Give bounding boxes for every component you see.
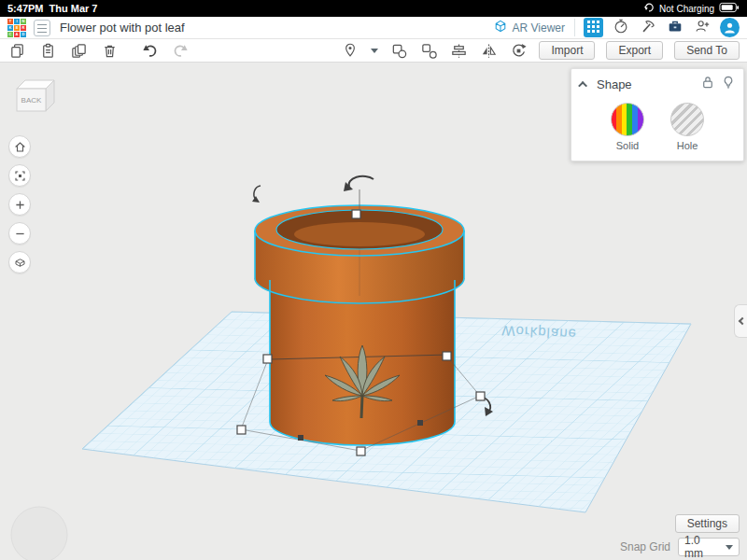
shape-panel-title: Shape (597, 77, 632, 91)
rotate-arrow-left[interactable] (252, 186, 261, 203)
workplane-helper-button[interactable] (341, 41, 359, 60)
logo-tile: T (7, 19, 13, 24)
duplicate-button[interactable] (69, 41, 88, 60)
zoom-out-button[interactable] (8, 222, 31, 245)
gauge-icon (613, 18, 629, 38)
view-cube-face-label: BACK (21, 96, 42, 105)
settings-button[interactable]: Settings (675, 514, 740, 533)
ar-viewer-button[interactable]: AR Viewer (493, 19, 575, 36)
paste-button[interactable] (38, 41, 57, 60)
redo-button[interactable] (171, 41, 190, 60)
pot-model[interactable] (255, 205, 464, 445)
logo-tile: I (14, 19, 20, 24)
scale-handle-right[interactable] (476, 392, 485, 400)
scale-handle-back-right[interactable] (443, 352, 451, 360)
logo-tile: K (7, 25, 13, 31)
add-user-button[interactable] (693, 19, 712, 37)
rotation-lock-icon (643, 2, 655, 15)
briefcase-icon (667, 18, 684, 38)
status-date: Thu Mar 7 (49, 3, 98, 14)
home-view-button[interactable] (8, 135, 31, 158)
avatar[interactable] (720, 18, 740, 37)
zoom-in-button[interactable] (8, 193, 31, 216)
person-add-icon (694, 18, 711, 38)
gauge-button[interactable] (612, 19, 630, 37)
fit-view-button[interactable] (8, 164, 31, 187)
shapes-grid-button[interactable] (584, 18, 603, 37)
canvas-area[interactable]: Workplane (0, 63, 747, 560)
hole-swatch[interactable] (670, 103, 704, 136)
lightbulb-icon[interactable] (723, 76, 734, 92)
solid-option[interactable]: Solid (611, 103, 644, 151)
lock-icon[interactable] (702, 76, 713, 92)
logo-tile: R (21, 25, 26, 31)
top-bar: T I N K E R C A D Flower pot with pot le… (0, 17, 747, 39)
orbit-control-hint (11, 507, 67, 560)
solid-color-swatch[interactable] (611, 103, 644, 136)
grid-icon (587, 20, 599, 36)
logo-tile: A (14, 32, 20, 37)
scale-handle-back-left[interactable] (263, 355, 272, 363)
ungroup-button[interactable] (419, 41, 438, 60)
scale-handle-edge-right[interactable] (417, 420, 423, 426)
scale-handle-edge-left[interactable] (298, 435, 303, 441)
shape-panel: Shape Solid Hole (571, 68, 744, 161)
send-to-button[interactable]: Send To (674, 41, 740, 60)
panel-collapse-tab[interactable] (734, 304, 747, 338)
chevron-left-icon (739, 317, 746, 325)
helper-dropdown-caret[interactable] (371, 49, 378, 53)
design-menu-icon[interactable] (34, 20, 50, 36)
pickaxe-icon (640, 18, 656, 38)
logo-tile: C (7, 32, 13, 37)
snap-grid-label: Snap Grid (620, 540, 670, 553)
hole-label: Hole (677, 140, 698, 151)
status-time: 5:47PM (7, 3, 44, 14)
pickaxe-button[interactable] (639, 19, 657, 37)
group-button[interactable] (389, 41, 408, 60)
chevron-down-icon (726, 545, 733, 550)
undo-button[interactable] (140, 41, 159, 60)
copy-button[interactable] (7, 41, 26, 60)
ar-cube-icon (493, 19, 508, 36)
hole-option[interactable]: Hole (670, 103, 704, 151)
status-bar: 5:47PM Thu Mar 7 Not Charging (0, 0, 747, 17)
briefcase-button[interactable] (666, 19, 684, 37)
import-button[interactable]: Import (539, 41, 595, 60)
rotate-arrow-top[interactable] (344, 176, 374, 209)
scale-handle-front[interactable] (357, 447, 365, 455)
align-button[interactable] (449, 41, 468, 60)
shape-panel-header: Shape (571, 69, 743, 97)
scale-handle-top[interactable] (352, 210, 360, 218)
logo-tile: E (14, 25, 20, 31)
scale-handle-left[interactable] (237, 426, 246, 434)
rotate-button[interactable] (509, 41, 528, 60)
solid-label: Solid (616, 140, 639, 151)
snap-grid-value: 1.0 mm (684, 534, 720, 560)
view-nav-toolbar (8, 135, 31, 273)
view-cube[interactable]: BACK (12, 76, 59, 120)
action-toolbar: Import Export Send To (0, 39, 747, 63)
export-button[interactable]: Export (606, 41, 663, 60)
ar-viewer-label: AR Viewer (513, 21, 565, 35)
tinkercad-logo[interactable]: T I N K E R C A D (7, 19, 26, 37)
battery-status-label: Not Charging (659, 4, 714, 14)
logo-tile: D (21, 32, 26, 37)
delete-button[interactable] (100, 41, 119, 60)
page-title[interactable]: Flower pot with pot leaf (60, 21, 185, 35)
snap-grid-select[interactable]: 1.0 mm (678, 538, 740, 556)
tinkercad-app: 5:47PM Thu Mar 7 Not Charging T I N K E … (0, 0, 747, 560)
battery-icon (719, 2, 740, 15)
mirror-button[interactable] (479, 41, 498, 60)
perspective-toggle-button[interactable] (8, 251, 31, 273)
logo-tile: N (21, 19, 26, 24)
collapse-panel-icon[interactable] (578, 80, 587, 90)
